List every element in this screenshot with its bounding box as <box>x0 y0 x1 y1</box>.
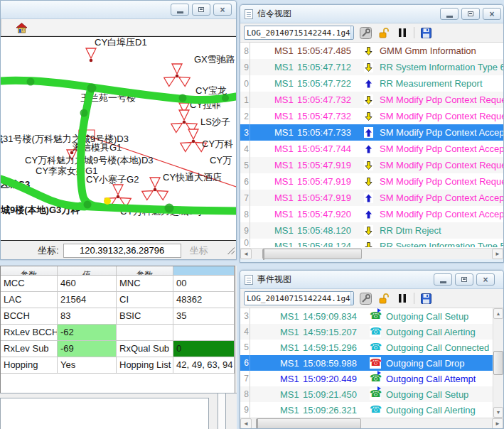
table-row[interactable]: HoppingYesHopping List42, 49, 63, 94 <box>1 357 235 374</box>
table-cell[interactable]: 21564 <box>58 292 117 308</box>
table-cell[interactable]: RxQual Sub <box>117 341 173 357</box>
table-cell[interactable]: 42, 49, 63, 94 <box>173 357 235 373</box>
scrollbar-thumb[interactable] <box>262 249 362 259</box>
scroll-left-icon[interactable]: ◄ <box>240 249 252 259</box>
coordinate-input[interactable] <box>63 244 181 258</box>
signaling-row[interactable]: 5 MS1 15:05:47.919 SM Modify Pdp Context… <box>240 157 503 173</box>
table-cell[interactable]: 0 <box>173 341 235 357</box>
signaling-row[interactable]: 9 MS1 15:05:48.120 RR Dtm Reject <box>240 222 503 239</box>
minimize-button[interactable] <box>440 8 459 20</box>
close-icon: × <box>220 6 225 14</box>
unlock-icon[interactable] <box>377 291 391 305</box>
table-row[interactable]: MCC460MNC00 <box>1 276 235 292</box>
timestamp: 15:05:47.919 <box>297 192 364 203</box>
table-cell[interactable]: 00 <box>173 276 235 291</box>
table-header-cell[interactable]: 参数 <box>117 266 173 275</box>
table-header-cell[interactable] <box>173 266 235 275</box>
scroll-left-icon[interactable]: ◄ <box>240 418 252 429</box>
table-cell[interactable]: -69 <box>58 341 117 357</box>
table-cell[interactable]: Yes <box>58 357 117 373</box>
signaling-row[interactable]: 0 MS1 15:05:47.722 RR Measurement Report <box>240 75 503 92</box>
table-cell[interactable]: LAC <box>1 292 58 308</box>
table-cell[interactable]: Hopping <box>1 357 58 373</box>
table-cell[interactable]: BSIC <box>117 308 173 324</box>
table-cell[interactable]: BCCH <box>1 308 58 324</box>
horizontal-scrollbar[interactable]: ◄ ► <box>240 418 503 429</box>
scroll-right-icon[interactable]: ► <box>492 249 503 259</box>
scroll-right-icon[interactable]: ► <box>492 418 503 429</box>
table-cell[interactable]: RxLev BCCH <box>1 325 58 340</box>
close-button[interactable]: × <box>213 4 232 16</box>
ms-label: MS1 <box>280 358 303 369</box>
table-cell[interactable]: RxLev Sub <box>1 341 58 357</box>
settings-wrench-icon[interactable] <box>358 291 372 305</box>
signaling-row[interactable]: 0 MS1 15:05:48.124 RR System Information… <box>240 239 503 247</box>
table-row[interactable]: LAC21564CI48362 <box>1 292 235 308</box>
signaling-row[interactable]: 8 MS1 15:05:47.485 GMM Gmm Information <box>240 43 503 59</box>
unlock-icon[interactable] <box>377 26 391 40</box>
map-canvas[interactable]: CY白埠压D1GX雪驰路玉兰苑一号楼CY宝龙CY拉菲LS沙子城31号楼(万科魅力… <box>1 36 236 241</box>
event-text: Outgoing Call Alerting <box>386 405 476 416</box>
table-cell[interactable]: 48362 <box>173 292 235 308</box>
event-row[interactable]: 5 MS1 14:59:15.296 ☎ Outgoing Call Conne… <box>240 340 493 355</box>
scrollbar-thumb[interactable] <box>256 418 361 429</box>
minimize-button[interactable] <box>434 273 452 286</box>
log-file-selector[interactable]: LOG_20140715142244.1g4 ▼ <box>244 26 354 40</box>
chevron-down-icon[interactable]: ▼ <box>350 26 354 39</box>
log-file-selector[interactable]: LOG_20140715142244.1g4 ▼ <box>244 291 354 305</box>
signaling-row[interactable]: 1 MS1 15:05:47.732 SM Modify Pdp Context… <box>240 92 503 108</box>
signaling-row[interactable]: 9 MS1 15:05:47.712 RR System Information… <box>240 59 503 75</box>
map-label: CY万科魅力之城9号楼(本地)D3 <box>25 155 154 165</box>
scrollbar-thumb[interactable] <box>493 351 503 375</box>
restore-button[interactable] <box>455 273 473 286</box>
table-cell[interactable] <box>117 325 173 340</box>
signaling-row[interactable]: 6 MS1 15:05:47.919 SM Modify Pdp Context… <box>240 173 503 190</box>
settings-wrench-icon[interactable] <box>358 26 372 40</box>
ms-label: MS1 <box>274 45 297 56</box>
ms-label: MS1 <box>274 127 297 138</box>
table-row[interactable]: RxLev BCCH-62 <box>1 325 235 341</box>
table-header-cell[interactable]: 值 <box>58 266 117 275</box>
event-row[interactable]: 3 MS1 14:59:09.834 ☎ Outgoing Call Setup <box>240 308 493 324</box>
coordinate-button[interactable]: 坐标 <box>186 244 213 257</box>
event-row[interactable]: 4 MS1 14:59:15.207 ☎ Outgoing Call Alert… <box>240 324 493 340</box>
timestamp: 15:05:47.722 <box>297 78 364 89</box>
scroll-up-icon[interactable]: ▲ <box>493 308 503 319</box>
signaling-row[interactable]: 4 MS1 15:05:47.744 SM Modify Pdp Context… <box>240 141 503 157</box>
table-cell[interactable]: 83 <box>58 308 117 324</box>
minimize-button[interactable] <box>171 4 189 16</box>
save-icon[interactable] <box>419 291 433 305</box>
table-cell[interactable]: 35 <box>173 308 235 324</box>
event-row[interactable]: 7 MS1 15:09:20.449 ☎ Outgoing Call Attem… <box>240 371 493 386</box>
event-row[interactable]: 9 MS1 15:09:26.321 ☎ Outgoing Call Alert… <box>240 402 493 418</box>
signaling-row[interactable]: 3 MS1 15:05:47.733 SM Modify Pdp Context… <box>240 124 503 141</box>
table-cell[interactable]: MCC <box>1 276 58 291</box>
pause-icon[interactable] <box>395 26 409 40</box>
save-icon[interactable] <box>419 26 433 40</box>
restore-button[interactable] <box>461 8 480 20</box>
close-button[interactable]: × <box>476 273 495 286</box>
close-button[interactable]: × <box>483 8 501 20</box>
table-cell[interactable]: Hopping List <box>117 357 173 373</box>
event-row[interactable]: 6 MS1 15:08:59.988 ☎ Outgoing Call Drop <box>240 355 493 371</box>
table-cell[interactable]: -62 <box>58 325 117 340</box>
event-row[interactable]: 8 MS1 15:09:21.450 ☎ Outgoing Call Setup <box>240 386 493 402</box>
table-cell[interactable]: 460 <box>58 276 117 291</box>
signaling-row[interactable]: 8 MS1 15:05:47.920 SM Modify Pdp Context… <box>240 206 503 222</box>
resize-grip-icon[interactable] <box>227 247 235 254</box>
signaling-row[interactable]: 7 MS1 15:05:47.919 SM Modify Pdp Context… <box>240 190 503 206</box>
table-cell[interactable]: MNC <box>117 276 173 291</box>
table-row[interactable]: RxLev Sub-69RxQual Sub0 <box>1 341 235 357</box>
table-cell[interactable] <box>173 325 235 340</box>
table-row[interactable]: BCCH83BSIC35 <box>1 308 235 325</box>
signaling-row[interactable]: 2 MS1 15:05:47.732 SM Modify Pdp Context… <box>240 108 503 124</box>
restore-button[interactable] <box>192 4 210 16</box>
horizontal-scrollbar[interactable]: ◄ ► <box>240 248 503 259</box>
chevron-down-icon[interactable]: ▼ <box>350 292 354 305</box>
scroll-down-icon[interactable]: ▼ <box>493 407 503 418</box>
table-header-cell[interactable]: 参数 <box>1 266 58 275</box>
table-cell[interactable]: CI <box>117 292 173 308</box>
home-icon[interactable] <box>14 21 28 35</box>
vertical-scrollbar[interactable]: ▲ ▼ <box>493 308 503 418</box>
pause-icon[interactable] <box>395 291 409 305</box>
